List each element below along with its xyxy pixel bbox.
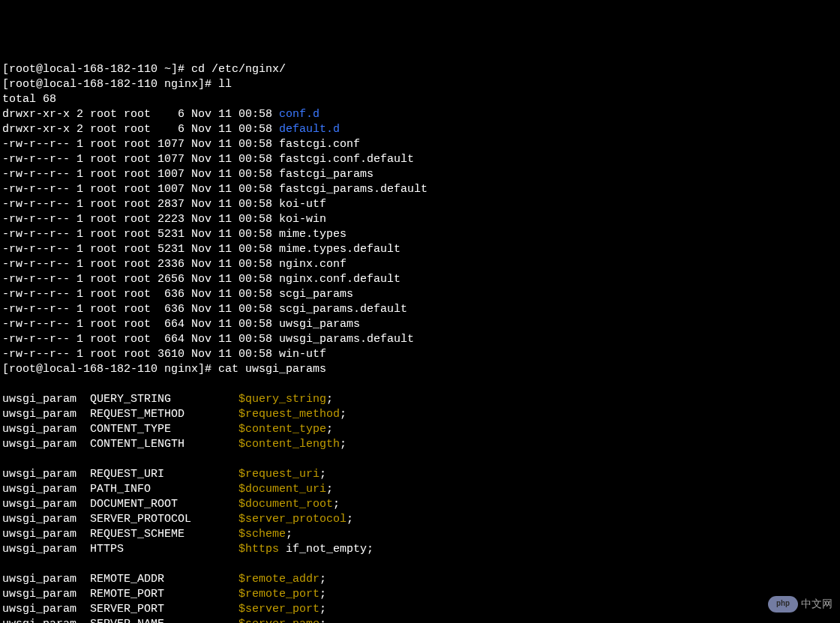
nginx-variable: $document_uri — [238, 483, 326, 496]
directory-name: default.d — [279, 123, 340, 136]
nginx-variable: $document_root — [238, 498, 333, 511]
ll-row: -rw-r--r-- 1 root root 1077 Nov 11 00:58… — [2, 152, 840, 167]
prompt-line: [root@local-168-182-110 nginx]# cat uwsg… — [2, 362, 840, 377]
php-logo-icon: php — [768, 596, 798, 613]
blank-line — [2, 377, 840, 392]
uwsgi-param-line: uwsgi_param REMOTE_PORT $remote_port; — [2, 587, 840, 602]
blank-line — [2, 557, 840, 572]
ll-row: -rw-r--r-- 1 root root 636 Nov 11 00:58 … — [2, 287, 840, 302]
nginx-variable: $scheme — [238, 528, 286, 541]
file-name: fastcgi.conf — [279, 138, 360, 151]
nginx-variable: $query_string — [238, 393, 326, 406]
uwsgi-param-line: uwsgi_param CONTENT_TYPE $content_type; — [2, 422, 840, 437]
uwsgi-param-line: uwsgi_param REQUEST_URI $request_uri; — [2, 467, 840, 482]
ll-row: -rw-r--r-- 1 root root 2336 Nov 11 00:58… — [2, 257, 840, 272]
file-name: koi-win — [279, 213, 326, 226]
file-name: scgi_params — [279, 288, 353, 301]
uwsgi-param-line: uwsgi_param REQUEST_SCHEME $scheme; — [2, 527, 840, 542]
nginx-variable: $content_length — [238, 438, 340, 451]
ll-row: -rw-r--r-- 1 root root 2223 Nov 11 00:58… — [2, 212, 840, 227]
file-name: fastcgi_params — [279, 168, 374, 181]
directory-name: conf.d — [279, 108, 320, 121]
blank-line — [2, 452, 840, 467]
file-name: mime.types — [279, 228, 346, 241]
prompt-line: [root@local-168-182-110 nginx]# ll — [2, 77, 840, 92]
file-name: scgi_params.default — [279, 303, 407, 316]
watermark-text: 中文网 — [801, 597, 832, 612]
file-name: fastcgi.conf.default — [279, 153, 414, 166]
terminal-output[interactable]: [root@local-168-182-110 ~]# cd /etc/ngin… — [2, 62, 840, 623]
file-name: koi-utf — [279, 198, 326, 211]
nginx-variable: $server_name — [238, 618, 320, 623]
ll-row: drwxr-xr-x 2 root root 6 Nov 11 00:58 co… — [2, 107, 840, 122]
uwsgi-param-line: uwsgi_param HTTPS $https if_not_empty; — [2, 542, 840, 557]
uwsgi-param-line: uwsgi_param REMOTE_ADDR $remote_addr; — [2, 572, 840, 587]
ll-row: -rw-r--r-- 1 root root 1007 Nov 11 00:58… — [2, 167, 840, 182]
watermark: php 中文网 — [768, 596, 832, 613]
uwsgi-param-line: uwsgi_param SERVER_NAME $server_name; — [2, 617, 840, 623]
prompt-line: [root@local-168-182-110 ~]# cd /etc/ngin… — [2, 62, 840, 77]
ll-row: -rw-r--r-- 1 root root 664 Nov 11 00:58 … — [2, 317, 840, 332]
ll-row: -rw-r--r-- 1 root root 5231 Nov 11 00:58… — [2, 242, 840, 257]
file-name: nginx.conf.default — [279, 273, 400, 286]
ll-row: -rw-r--r-- 1 root root 636 Nov 11 00:58 … — [2, 302, 840, 317]
file-name: uwsgi_params — [279, 318, 360, 331]
uwsgi-param-line: uwsgi_param PATH_INFO $document_uri; — [2, 482, 840, 497]
ll-total: total 68 — [2, 92, 840, 107]
file-name: uwsgi_params.default — [279, 333, 414, 346]
nginx-variable: $remote_port — [238, 588, 320, 601]
file-name: mime.types.default — [279, 243, 400, 256]
nginx-variable: $https — [238, 543, 279, 556]
nginx-variable: $content_type — [238, 423, 326, 436]
nginx-variable: $server_protocol — [238, 513, 346, 526]
ll-row: -rw-r--r-- 1 root root 664 Nov 11 00:58 … — [2, 332, 840, 347]
nginx-variable: $request_method — [238, 408, 340, 421]
uwsgi-param-line: uwsgi_param DOCUMENT_ROOT $document_root… — [2, 497, 840, 512]
uwsgi-param-line: uwsgi_param CONTENT_LENGTH $content_leng… — [2, 437, 840, 452]
uwsgi-param-line: uwsgi_param SERVER_PROTOCOL $server_prot… — [2, 512, 840, 527]
ll-row: -rw-r--r-- 1 root root 5231 Nov 11 00:58… — [2, 227, 840, 242]
nginx-variable: $server_port — [238, 603, 320, 616]
nginx-variable: $request_uri — [238, 468, 320, 481]
file-name: nginx.conf — [279, 258, 346, 271]
nginx-variable: $remote_addr — [238, 573, 320, 586]
ll-row: -rw-r--r-- 1 root root 1077 Nov 11 00:58… — [2, 137, 840, 152]
ll-row: -rw-r--r-- 1 root root 1007 Nov 11 00:58… — [2, 182, 840, 197]
file-name: fastcgi_params.default — [279, 183, 428, 196]
file-name: win-utf — [279, 348, 326, 361]
ll-row: -rw-r--r-- 1 root root 3610 Nov 11 00:58… — [2, 347, 840, 362]
ll-row: drwxr-xr-x 2 root root 6 Nov 11 00:58 de… — [2, 122, 840, 137]
ll-row: -rw-r--r-- 1 root root 2837 Nov 11 00:58… — [2, 197, 840, 212]
uwsgi-param-line: uwsgi_param QUERY_STRING $query_string; — [2, 392, 840, 407]
ll-row: -rw-r--r-- 1 root root 2656 Nov 11 00:58… — [2, 272, 840, 287]
uwsgi-param-line: uwsgi_param SERVER_PORT $server_port; — [2, 602, 840, 617]
uwsgi-param-line: uwsgi_param REQUEST_METHOD $request_meth… — [2, 407, 840, 422]
